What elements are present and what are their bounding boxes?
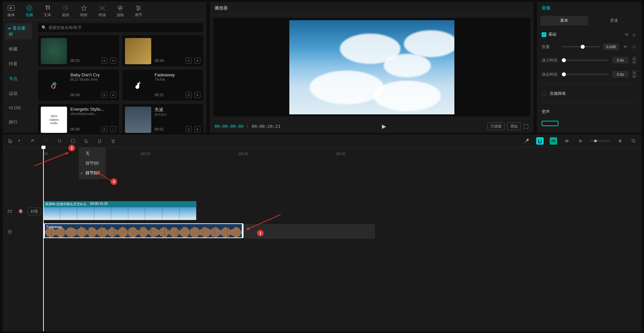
fadein-slider[interactable]	[562, 60, 609, 61]
dropdown-beat2[interactable]: 踩节拍II	[79, 168, 106, 178]
sidebar-beat[interactable]: 卡点	[3, 74, 35, 84]
add-icon[interactable]: +	[110, 58, 116, 64]
original-button[interactable]: 原始	[507, 122, 521, 130]
music-item[interactable]: FadeawayTikTok 00:21☆+	[122, 70, 203, 101]
player-panel: 播放器 00:00:00:00 | 00:00:20:21 ▶	[210, 2, 534, 133]
audio-icon	[26, 4, 33, 12]
volume-slider[interactable]	[562, 46, 600, 47]
ruler[interactable]: :00 |00:10 |00:20 |00:30	[43, 152, 641, 157]
oscilloscope-button[interactable]: 示波器	[487, 122, 505, 130]
add-icon[interactable]: +	[194, 58, 200, 64]
download-icon[interactable]: ↓	[110, 126, 116, 132]
nav-media[interactable]: 媒体	[6, 4, 16, 18]
cover-button[interactable]: 封面	[28, 208, 41, 215]
noise-radio[interactable]	[542, 91, 546, 96]
fav-icon[interactable]: ☆	[186, 92, 192, 98]
reset-icon[interactable]: ⟲	[622, 44, 628, 49]
text-icon: TI	[44, 4, 51, 12]
fadein-value[interactable]: 0.0s	[612, 57, 629, 64]
fadein-label: 淡入时长	[542, 58, 558, 63]
split-button[interactable]	[56, 137, 63, 145]
svg-rect-16	[552, 140, 553, 142]
mute-icon[interactable]: 🔇	[17, 208, 24, 215]
marker-out[interactable]	[96, 137, 104, 145]
search-bar[interactable]: 🔍	[38, 23, 203, 32]
marker-in[interactable]	[83, 137, 90, 145]
play-button[interactable]: ▶	[382, 123, 386, 130]
add-icon[interactable]: +	[110, 92, 116, 98]
fav-icon[interactable]: ☆	[101, 92, 107, 98]
magnet-icon[interactable]	[536, 137, 544, 145]
link-icon[interactable]	[550, 137, 557, 145]
music-item[interactable]: 00:43☆+	[122, 35, 203, 66]
audio-clip[interactable]: Fadeaway	[43, 223, 244, 238]
music-item[interactable]: 失波R7CKY 00:51☆+	[122, 104, 203, 133]
sidebar-music-library[interactable]: ▸ 音乐素材	[5, 23, 32, 39]
preview-canvas[interactable]	[213, 18, 530, 116]
keyframe-icon[interactable]: ◇	[631, 32, 637, 37]
keyframe-icon[interactable]: ◇	[631, 44, 637, 49]
top-nav: 媒体 音频 TI 文本 贴纸 特效	[3, 2, 206, 20]
video-clip[interactable]: 高清4k 过场空镜头天空白云 00:00:15:26	[43, 201, 196, 220]
undo-button[interactable]: ↶	[29, 137, 36, 145]
fadeout-value[interactable]: 0.0s	[612, 71, 629, 78]
fadeout-stepper[interactable]: ▲▼	[632, 70, 637, 78]
sidebar-douyin[interactable]: 抖音	[3, 59, 35, 69]
redo-button[interactable]: ↷	[42, 137, 50, 145]
zoom-slider[interactable]	[590, 140, 610, 142]
zoom-out[interactable]: ⊖	[577, 137, 584, 145]
basic-checkbox[interactable]: ✓	[542, 32, 546, 37]
track-toggle-icon[interactable]	[6, 208, 13, 215]
fav-icon[interactable]: ☆	[186, 126, 192, 132]
tab-basic[interactable]: 基本	[540, 16, 588, 26]
annotation-badge-1: 1	[257, 230, 264, 236]
dropdown-none[interactable]: 无	[79, 149, 106, 158]
fullscreen-icon[interactable]	[523, 124, 529, 129]
fav-icon[interactable]: ☆	[101, 58, 107, 64]
music-item[interactable]: Baby Don't CryBCD Studio 9ver 00:26☆+	[38, 70, 119, 101]
reset-icon[interactable]: ⟲	[624, 32, 629, 37]
nav-filter[interactable]: 滤镜	[115, 4, 125, 18]
zoom-in[interactable]: ⊕	[616, 137, 624, 145]
align-icon[interactable]	[563, 137, 571, 145]
sidebar-modern[interactable]: 摩登天空	[3, 132, 35, 133]
search-input[interactable]	[49, 25, 200, 30]
inspector-panel: 音频 基本 变速 ✓ 基础 ⟲ ◇ 音量 0.0dB ⟲	[537, 2, 641, 133]
add-icon[interactable]: +	[194, 126, 200, 132]
zoom-fit[interactable]	[630, 137, 637, 145]
nav-adjust[interactable]: 调节	[133, 4, 143, 18]
marker-clear[interactable]	[110, 137, 117, 145]
clip-name: 高清4k 过场空镜头天空白云	[45, 202, 87, 207]
media-icon	[7, 4, 15, 12]
svg-point-12	[137, 9, 139, 10]
sidebar-travel[interactable]: 旅行	[3, 117, 35, 127]
sidebar-sport[interactable]: 运动	[3, 88, 35, 99]
fav-icon[interactable]: ☆	[101, 126, 107, 132]
nav-effect[interactable]: 特效	[79, 4, 89, 18]
tab-speed[interactable]: 变速	[590, 16, 638, 26]
mic-icon[interactable]: 🎤	[523, 137, 530, 145]
playhead[interactable]	[43, 147, 44, 331]
fadeout-slider[interactable]	[562, 74, 609, 75]
voice-option[interactable]	[542, 121, 558, 126]
music-item[interactable]: VensAdamsAudio Energetic Stylis...VensAd…	[38, 104, 119, 133]
nav-audio[interactable]: 音频	[24, 4, 34, 18]
fadein-stepper[interactable]: ▲▼	[632, 56, 637, 64]
nav-transition[interactable]: 转场	[97, 4, 107, 18]
music-item[interactable]: 00:25☆+	[38, 35, 119, 66]
sidebar-favorites[interactable]: 收藏	[3, 44, 35, 54]
beat-button[interactable]	[69, 137, 77, 145]
volume-value[interactable]: 0.0dB	[603, 43, 619, 50]
pointer-tool[interactable]	[7, 137, 14, 145]
track-settings-icon[interactable]	[6, 228, 13, 235]
pointer-dropdown[interactable]: ▼	[15, 137, 23, 145]
nav-sticker[interactable]: 贴纸	[61, 4, 71, 18]
dropdown-beat1[interactable]: 踩节拍I	[79, 158, 106, 168]
nav-text[interactable]: TI 文本	[42, 4, 53, 18]
beat-markers	[44, 237, 243, 238]
sidebar-vlog[interactable]: VLOG	[3, 103, 35, 112]
add-icon[interactable]: +	[194, 92, 200, 98]
svg-rect-17	[554, 140, 555, 142]
fav-icon[interactable]: ☆	[186, 58, 192, 64]
annotation-badge-2: 2	[68, 145, 75, 151]
